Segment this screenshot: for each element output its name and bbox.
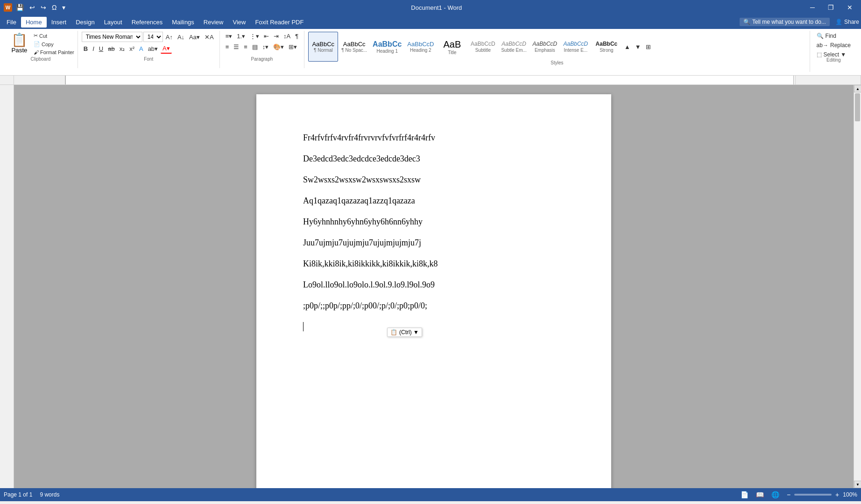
align-right-btn[interactable]: ≡ (242, 42, 249, 51)
subscript-btn[interactable]: x₂ (118, 44, 127, 53)
numbering-btn[interactable]: 1.▾ (235, 32, 247, 41)
paste-button[interactable]: 📋 Paste (7, 32, 31, 56)
close-btn[interactable]: ✕ (842, 2, 857, 13)
line-5[interactable]: Hy6yhnhnhy6yhn6yhy6h6nn6yhhy (303, 216, 565, 228)
line-9[interactable]: ;p0p/;;p0p/;pp/;0/;p00/;p/;0/;p0;p0/0; (303, 300, 565, 312)
redo-quick-btn[interactable]: ↪ (39, 3, 48, 12)
italic-btn[interactable]: I (91, 44, 96, 53)
menu-review[interactable]: Review (199, 17, 228, 28)
page-content[interactable]: Fr4rfvfrfv4rvfr4frvrvrvfvfvrfrf4r4r4rfv … (303, 132, 565, 333)
superscript-btn[interactable]: x² (127, 44, 136, 53)
undo-quick-btn[interactable]: ↩ (28, 3, 37, 12)
view-reader-btn[interactable]: 📖 (754, 490, 766, 499)
tell-me-bar[interactable]: 🔍 Tell me what you want to do... (740, 18, 830, 26)
line-8[interactable]: Lo9ol.llo9ol.lo9olo.l.9ol.9.lo9.l9ol.9o9 (303, 279, 565, 291)
menu-layout[interactable]: Layout (99, 17, 127, 28)
align-center-btn[interactable]: ☰ (232, 42, 241, 51)
omega-quick-btn[interactable]: Ω (50, 3, 58, 12)
clipboard-small-buttons: ✂ Cut 📄 Copy 🖌 Format Painter (32, 32, 76, 56)
menu-insert[interactable]: Insert (47, 17, 71, 28)
cursor-paragraph[interactable] (303, 321, 565, 333)
style-title-btn[interactable]: AaB Title (437, 32, 467, 62)
format-painter-button[interactable]: 🖌 Format Painter (32, 49, 76, 56)
style-subtitle-btn[interactable]: AaBbCcD Subtitle (468, 32, 498, 62)
view-normal-btn[interactable]: 📄 (739, 490, 750, 499)
doc-scroll[interactable]: Fr4rfvfrfv4rvfr4frvrvrvfvfvrfrf4r4r4rfv … (14, 85, 854, 488)
menu-view[interactable]: View (228, 17, 250, 28)
restore-btn[interactable]: ❐ (823, 2, 839, 13)
sort-btn[interactable]: ↕A (282, 32, 292, 41)
menu-design[interactable]: Design (71, 17, 99, 28)
menu-mailings[interactable]: Mailings (167, 17, 199, 28)
menu-file[interactable]: File (2, 17, 21, 28)
select-label: Select ▼ (824, 51, 847, 58)
line-7[interactable]: Ki8ik,kki8ik,ki8ikkikk,ki8ikkik,ki8k,k8 (303, 258, 565, 270)
zoom-slider[interactable] (794, 494, 832, 496)
strikethrough-btn[interactable]: ab (106, 44, 116, 53)
justify-btn[interactable]: ▤ (250, 42, 260, 51)
align-left-btn[interactable]: ≡ (224, 42, 231, 51)
style-heading1-btn[interactable]: AaBbCc Heading 1 (370, 32, 404, 62)
zoom-in-btn[interactable]: + (833, 490, 841, 499)
shading-btn[interactable]: 🎨▾ (271, 42, 286, 51)
line-3[interactable]: Sw2wsxs2wsxsw2wsxswsxs2sxsw (303, 174, 565, 186)
customize-quick-btn[interactable]: ▾ (60, 3, 67, 12)
styles-expand-btn[interactable]: ⊞ (644, 42, 653, 51)
styles-scroll-up-btn[interactable]: ▲ (622, 42, 632, 51)
change-case-btn[interactable]: Aa▾ (187, 33, 202, 42)
style-subtleemphasis-preview: AaBbCcD (501, 41, 526, 47)
replace-button[interactable]: ab→ Replace (814, 41, 854, 49)
scroll-thumb[interactable] (855, 93, 860, 121)
style-emphasis-btn[interactable]: AaBbCcD Emphasis (530, 32, 560, 62)
line-4[interactable]: Aq1qazaq1qazazaq1azzq1qazaza (303, 195, 565, 207)
menu-references[interactable]: References (127, 17, 167, 28)
menu-foxit[interactable]: Foxit Reader PDF (250, 17, 308, 28)
show-hide-btn[interactable]: ¶ (293, 32, 300, 41)
text-effects-btn[interactable]: A (137, 44, 145, 53)
copy-button[interactable]: 📄 Copy (32, 40, 76, 48)
style-nospacing-btn[interactable]: AaBbCc ¶ No Spac... (339, 32, 369, 62)
style-subtitle-label: Subtitle (475, 48, 491, 53)
format-painter-label: Format Painter (40, 49, 74, 55)
font-name-select[interactable]: Times New Roman (82, 32, 142, 42)
view-web-btn[interactable]: 🌐 (769, 490, 781, 499)
scroll-up-btn[interactable]: ▲ (854, 85, 861, 92)
paste-options-popup[interactable]: 📋 (Ctrl) ▼ (387, 328, 422, 337)
search-icon: 🔍 (743, 19, 750, 25)
line-spacing-btn[interactable]: ↕▾ (261, 42, 271, 51)
multilevel-btn[interactable]: ⋮▾ (248, 32, 261, 41)
cut-button[interactable]: ✂ Cut (32, 32, 76, 40)
find-button[interactable]: 🔍 Find (814, 32, 854, 40)
styles-scroll-down-btn[interactable]: ▼ (633, 42, 643, 51)
decrease-indent-btn[interactable]: ⇤ (262, 32, 271, 41)
menu-home[interactable]: Home (21, 17, 47, 28)
scroll-down-btn[interactable]: ▼ (854, 481, 861, 488)
shrink-font-btn[interactable]: A↓ (176, 33, 186, 42)
line-1[interactable]: Fr4rfvfrfv4rvfr4frvrvrvfvfvrfrf4r4r4rfv (303, 132, 565, 144)
bullets-btn[interactable]: ≡▾ (224, 32, 234, 41)
line-2[interactable]: De3edcd3edc3edcdce3edcde3dec3 (303, 153, 565, 165)
save-quick-btn[interactable]: 💾 (14, 3, 26, 12)
menu-bar: File Home Insert Design Layout Reference… (0, 15, 861, 29)
grow-font-btn[interactable]: A↑ (164, 33, 175, 42)
clear-formatting-btn[interactable]: ✕A (203, 33, 216, 42)
font-color-btn[interactable]: A▾ (161, 44, 172, 54)
style-strong-btn[interactable]: AaBbCc Strong (592, 32, 621, 62)
underline-btn[interactable]: U (97, 44, 105, 53)
style-intenseemphasis-btn[interactable]: AaBbCcD Intense E... (561, 32, 591, 62)
style-heading2-btn[interactable]: AaBbCcD Heading 2 (405, 32, 436, 62)
styles-group: AaBbCc ¶ Normal AaBbCc ¶ No Spac... AaBb… (304, 31, 810, 72)
increase-indent-btn[interactable]: ⇥ (272, 32, 281, 41)
style-subtleemphasis-btn[interactable]: AaBbCcD Subtle Em... (499, 32, 529, 62)
text-highlight-btn[interactable]: ab▾ (146, 44, 160, 53)
font-size-select[interactable]: 14 (143, 32, 163, 42)
share-area[interactable]: 👤 Share (835, 19, 859, 25)
style-normal-btn[interactable]: AaBbCc ¶ Normal (308, 32, 338, 62)
document-page[interactable]: Fr4rfvfrfv4rvfr4frvrvrvfvfvrfrf4r4r4rfv … (256, 94, 611, 488)
zoom-out-btn[interactable]: − (785, 490, 792, 499)
bold-btn[interactable]: B (82, 44, 90, 53)
minimize-btn[interactable]: ─ (805, 2, 819, 13)
borders-btn[interactable]: ⊞▾ (287, 42, 299, 51)
line-6[interactable]: Juu7ujmju7ujujmju7ujujmjujmju7j (303, 237, 565, 249)
right-scrollbar[interactable]: ▲ ▼ (854, 85, 861, 488)
